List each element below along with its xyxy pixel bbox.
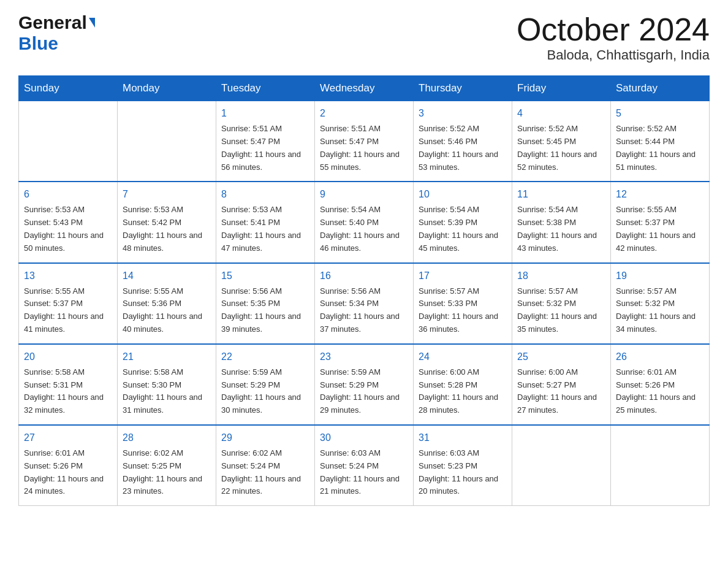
calendar-cell: 18Sunrise: 5:57 AMSunset: 5:32 PMDayligh… — [512, 263, 611, 344]
calendar-cell: 16Sunrise: 5:56 AMSunset: 5:34 PMDayligh… — [315, 263, 414, 344]
day-info: Sunrise: 5:53 AMSunset: 5:42 PMDaylight:… — [123, 204, 211, 255]
weekday-header-thursday: Thursday — [414, 76, 512, 101]
week-row-1: 1Sunrise: 5:51 AMSunset: 5:47 PMDaylight… — [19, 101, 710, 182]
day-number: 9 — [320, 187, 408, 202]
weekday-header-monday: Monday — [118, 76, 216, 101]
calendar-cell: 7Sunrise: 5:53 AMSunset: 5:42 PMDaylight… — [118, 182, 216, 262]
day-number: 26 — [616, 350, 704, 364]
day-number: 10 — [419, 187, 507, 202]
calendar-cell: 20Sunrise: 5:58 AMSunset: 5:31 PMDayligh… — [19, 344, 118, 425]
logo-general-text: General — [18, 12, 87, 33]
weekday-header-sunday: Sunday — [19, 76, 118, 101]
calendar-cell: 22Sunrise: 5:59 AMSunset: 5:29 PMDayligh… — [216, 344, 315, 425]
day-number: 14 — [123, 269, 211, 283]
day-info: Sunrise: 6:03 AMSunset: 5:24 PMDaylight:… — [320, 447, 408, 498]
calendar-cell: 28Sunrise: 6:02 AMSunset: 5:25 PMDayligh… — [118, 425, 216, 506]
calendar-cell — [512, 425, 611, 506]
week-row-3: 13Sunrise: 5:55 AMSunset: 5:37 PMDayligh… — [19, 263, 710, 344]
calendar-cell: 2Sunrise: 5:51 AMSunset: 5:47 PMDaylight… — [315, 101, 414, 182]
day-info: Sunrise: 5:54 AMSunset: 5:38 PMDaylight:… — [517, 204, 605, 255]
day-info: Sunrise: 5:51 AMSunset: 5:47 PMDaylight:… — [221, 123, 309, 174]
calendar-cell: 11Sunrise: 5:54 AMSunset: 5:38 PMDayligh… — [512, 182, 611, 262]
calendar-cell: 3Sunrise: 5:52 AMSunset: 5:46 PMDaylight… — [414, 101, 512, 182]
day-number: 24 — [419, 350, 507, 364]
calendar-cell — [611, 425, 710, 506]
calendar-cell: 23Sunrise: 5:59 AMSunset: 5:29 PMDayligh… — [315, 344, 414, 425]
week-row-2: 6Sunrise: 5:53 AMSunset: 5:43 PMDaylight… — [19, 182, 710, 262]
week-row-5: 27Sunrise: 6:01 AMSunset: 5:26 PMDayligh… — [19, 425, 710, 506]
logo-blue-text: Blue — [18, 33, 58, 53]
day-info: Sunrise: 5:52 AMSunset: 5:45 PMDaylight:… — [517, 123, 605, 174]
day-number: 4 — [517, 106, 605, 121]
day-info: Sunrise: 5:54 AMSunset: 5:40 PMDaylight:… — [320, 204, 408, 255]
day-number: 3 — [419, 106, 507, 121]
day-number: 27 — [24, 431, 112, 445]
day-number: 15 — [221, 269, 309, 283]
weekday-header-wednesday: Wednesday — [315, 76, 414, 101]
location-title: Baloda, Chhattisgarh, India — [517, 47, 710, 63]
calendar-cell: 25Sunrise: 6:00 AMSunset: 5:27 PMDayligh… — [512, 344, 611, 425]
calendar-cell: 30Sunrise: 6:03 AMSunset: 5:24 PMDayligh… — [315, 425, 414, 506]
day-number: 30 — [320, 431, 408, 445]
calendar-cell: 19Sunrise: 5:57 AMSunset: 5:32 PMDayligh… — [611, 263, 710, 344]
calendar-cell: 15Sunrise: 5:56 AMSunset: 5:35 PMDayligh… — [216, 263, 315, 344]
day-number: 23 — [320, 350, 408, 364]
day-number: 25 — [517, 350, 605, 364]
day-info: Sunrise: 6:00 AMSunset: 5:27 PMDaylight:… — [517, 366, 605, 417]
calendar-cell — [118, 101, 216, 182]
calendar-cell: 31Sunrise: 6:03 AMSunset: 5:23 PMDayligh… — [414, 425, 512, 506]
day-info: Sunrise: 5:52 AMSunset: 5:44 PMDaylight:… — [616, 123, 704, 174]
day-info: Sunrise: 5:59 AMSunset: 5:29 PMDaylight:… — [320, 366, 408, 417]
day-info: Sunrise: 5:51 AMSunset: 5:47 PMDaylight:… — [320, 123, 408, 174]
day-info: Sunrise: 5:55 AMSunset: 5:37 PMDaylight:… — [616, 204, 704, 255]
day-number: 11 — [517, 187, 605, 202]
day-info: Sunrise: 6:02 AMSunset: 5:25 PMDaylight:… — [123, 447, 211, 498]
day-number: 17 — [419, 269, 507, 283]
day-number: 28 — [123, 431, 211, 445]
day-info: Sunrise: 5:53 AMSunset: 5:43 PMDaylight:… — [24, 204, 112, 255]
weekday-header-friday: Friday — [512, 76, 611, 101]
day-info: Sunrise: 6:03 AMSunset: 5:23 PMDaylight:… — [419, 447, 507, 498]
day-info: Sunrise: 5:55 AMSunset: 5:37 PMDaylight:… — [24, 285, 112, 336]
day-number: 16 — [320, 269, 408, 283]
title-section: October 2024 Baloda, Chhattisgarh, India — [517, 12, 710, 63]
calendar-cell: 21Sunrise: 5:58 AMSunset: 5:30 PMDayligh… — [118, 344, 216, 425]
calendar-cell: 24Sunrise: 6:00 AMSunset: 5:28 PMDayligh… — [414, 344, 512, 425]
calendar-cell: 4Sunrise: 5:52 AMSunset: 5:45 PMDaylight… — [512, 101, 611, 182]
day-info: Sunrise: 5:59 AMSunset: 5:29 PMDaylight:… — [221, 366, 309, 417]
day-info: Sunrise: 6:00 AMSunset: 5:28 PMDaylight:… — [419, 366, 507, 417]
week-row-4: 20Sunrise: 5:58 AMSunset: 5:31 PMDayligh… — [19, 344, 710, 425]
day-number: 2 — [320, 106, 408, 121]
day-info: Sunrise: 5:54 AMSunset: 5:39 PMDaylight:… — [419, 204, 507, 255]
calendar-cell: 5Sunrise: 5:52 AMSunset: 5:44 PMDaylight… — [611, 101, 710, 182]
day-info: Sunrise: 5:53 AMSunset: 5:41 PMDaylight:… — [221, 204, 309, 255]
calendar-cell — [19, 101, 118, 182]
day-info: Sunrise: 6:01 AMSunset: 5:26 PMDaylight:… — [616, 366, 704, 417]
weekday-header-row: SundayMondayTuesdayWednesdayThursdayFrid… — [19, 76, 710, 101]
day-number: 12 — [616, 187, 704, 202]
calendar-cell: 1Sunrise: 5:51 AMSunset: 5:47 PMDaylight… — [216, 101, 315, 182]
day-info: Sunrise: 5:55 AMSunset: 5:36 PMDaylight:… — [123, 285, 211, 336]
logo: General Blue — [18, 12, 95, 54]
calendar-cell: 12Sunrise: 5:55 AMSunset: 5:37 PMDayligh… — [611, 182, 710, 262]
calendar-cell: 14Sunrise: 5:55 AMSunset: 5:36 PMDayligh… — [118, 263, 216, 344]
day-number: 8 — [221, 187, 309, 202]
calendar-cell: 26Sunrise: 6:01 AMSunset: 5:26 PMDayligh… — [611, 344, 710, 425]
day-number: 29 — [221, 431, 309, 445]
day-info: Sunrise: 5:58 AMSunset: 5:30 PMDaylight:… — [123, 366, 211, 417]
calendar-cell: 29Sunrise: 6:02 AMSunset: 5:24 PMDayligh… — [216, 425, 315, 506]
day-number: 18 — [517, 269, 605, 283]
calendar-cell: 13Sunrise: 5:55 AMSunset: 5:37 PMDayligh… — [19, 263, 118, 344]
page-header: General Blue October 2024 Baloda, Chhatt… — [18, 12, 710, 63]
day-info: Sunrise: 6:02 AMSunset: 5:24 PMDaylight:… — [221, 447, 309, 498]
calendar-cell: 10Sunrise: 5:54 AMSunset: 5:39 PMDayligh… — [414, 182, 512, 262]
day-number: 5 — [616, 106, 704, 121]
calendar-cell: 17Sunrise: 5:57 AMSunset: 5:33 PMDayligh… — [414, 263, 512, 344]
calendar-cell: 27Sunrise: 6:01 AMSunset: 5:26 PMDayligh… — [19, 425, 118, 506]
day-number: 20 — [24, 350, 112, 364]
logo-line-1: General — [18, 12, 95, 33]
day-info: Sunrise: 5:56 AMSunset: 5:35 PMDaylight:… — [221, 285, 309, 336]
day-info: Sunrise: 5:57 AMSunset: 5:32 PMDaylight:… — [517, 285, 605, 336]
calendar-table: SundayMondayTuesdayWednesdayThursdayFrid… — [18, 75, 710, 506]
day-info: Sunrise: 5:58 AMSunset: 5:31 PMDaylight:… — [24, 366, 112, 417]
